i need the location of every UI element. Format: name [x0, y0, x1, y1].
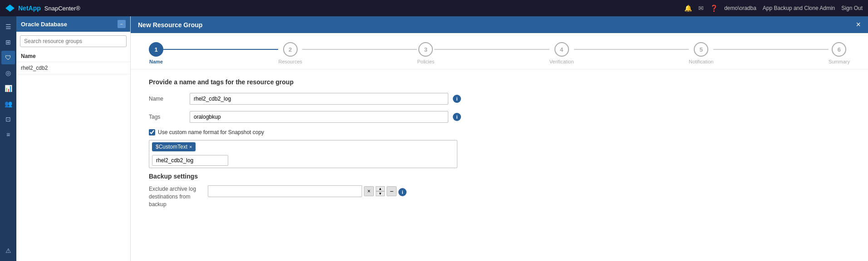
user-label[interactable]: demo\oradba	[724, 5, 756, 11]
section-title: Provide a name and tags for the resource…	[149, 78, 850, 86]
step-2-circle: 2	[283, 42, 298, 57]
step-3-circle: 3	[418, 42, 433, 57]
top-nav-actions: 🔔 ✉ ❓ demo\oradba App Backup and Clone A…	[684, 5, 863, 12]
top-navigation: NetApp SnapCenter® 🔔 ✉ ❓ demo\oradba App…	[0, 0, 868, 16]
search-wrap	[16, 32, 130, 51]
form-area: Provide a name and tags for the resource…	[131, 69, 868, 261]
step-6-label: Summary	[829, 59, 850, 64]
signout-button[interactable]: Sign Out	[841, 5, 863, 11]
chip-label: $CustomText	[156, 144, 187, 150]
minus-button[interactable]: −	[387, 186, 397, 196]
step-3-label: Policies	[417, 59, 434, 64]
list-item[interactable]: rhel2_cdb2	[16, 62, 130, 74]
tags-row: Tags i	[149, 111, 850, 123]
connector-2-3	[302, 49, 417, 50]
step-1-circle: 1	[149, 42, 163, 57]
chip-remove-icon[interactable]: ×	[189, 144, 192, 150]
sidebar-topology-icon[interactable]: ⊡	[1, 112, 15, 126]
step-1[interactable]: 1 Name	[149, 42, 163, 64]
step-4-circle: 4	[554, 42, 569, 57]
spinner-down-button[interactable]: ▼	[376, 191, 385, 196]
tags-info-icon[interactable]: i	[453, 113, 461, 121]
wizard-steps: 1 Name 2 Resources 3 Policies 4 Verifica…	[131, 33, 868, 69]
mail-icon[interactable]: ✉	[698, 5, 704, 12]
content-header: New Resource Group ×	[131, 16, 868, 33]
sidebar-list-icon[interactable]: ≡	[1, 128, 15, 141]
search-input[interactable]	[20, 35, 127, 47]
name-input[interactable]	[190, 93, 448, 105]
step-3[interactable]: 3 Policies	[417, 42, 434, 64]
step-6[interactable]: 6 Summary	[829, 42, 850, 64]
step-5[interactable]: 5 Notification	[689, 42, 713, 64]
brand-name: NetApp	[18, 5, 41, 12]
snapshot-name-input[interactable]	[152, 155, 228, 166]
help-icon[interactable]: ❓	[710, 5, 718, 12]
sidebar-globe-icon[interactable]: ◎	[1, 66, 15, 80]
connector-5-6	[713, 49, 828, 50]
sidebar-menu-icon[interactable]: ☰	[1, 20, 15, 34]
snapshot-container: $CustomText ×	[149, 140, 457, 168]
spinner-up-button[interactable]: ▲	[376, 186, 385, 191]
name-row: Name i	[149, 93, 850, 105]
step-4-label: Verification	[549, 59, 574, 64]
step-5-circle: 5	[694, 42, 708, 57]
archive-clear-button[interactable]: ×	[364, 186, 374, 196]
custom-text-chip[interactable]: $CustomText ×	[152, 142, 196, 151]
custom-format-checkbox[interactable]	[149, 129, 155, 135]
custom-format-checkbox-row: Use custom name format for Snapshot copy	[149, 129, 850, 135]
archive-info-icon[interactable]: i	[398, 188, 407, 196]
notification-icon[interactable]: 🔔	[684, 5, 692, 12]
archive-row: Exclude archive log destinations from ba…	[149, 185, 850, 208]
name-label: Name	[149, 93, 185, 102]
collapse-button[interactable]: −	[118, 20, 126, 28]
dialog-title: New Resource Group	[138, 21, 202, 29]
archive-label: Exclude archive log destinations from ba…	[149, 185, 203, 208]
step-5-label: Notification	[689, 59, 713, 64]
close-button[interactable]: ×	[856, 20, 861, 29]
sidebar-warning-icon[interactable]: ⚠	[1, 244, 15, 257]
archive-input-group: × ▲ ▼ − i	[208, 185, 407, 197]
tags-label: Tags	[149, 111, 185, 120]
spinner-buttons: ▲ ▼	[376, 186, 385, 196]
archive-input[interactable]	[208, 185, 362, 197]
step-4[interactable]: 4 Verification	[549, 42, 574, 64]
brand-section: NetApp SnapCenter®	[5, 5, 80, 12]
custom-format-label: Use custom name format for Snapshot copy	[158, 129, 264, 135]
list-header: Name	[16, 51, 130, 62]
name-info-icon[interactable]: i	[453, 95, 461, 103]
netapp-logo-icon	[5, 5, 15, 12]
connector-1-2	[163, 49, 278, 50]
step-1-label: Name	[149, 59, 163, 64]
snapshot-tag-row: $CustomText ×	[152, 142, 454, 151]
connector-4-5	[574, 49, 689, 50]
step-2[interactable]: 2 Resources	[278, 42, 302, 64]
tags-input[interactable]	[190, 111, 448, 123]
step-6-circle: 6	[832, 42, 846, 57]
resource-group-panel: Oracle Database − Name rhel2_cdb2	[16, 16, 131, 261]
sidebar: ☰ ⊞ 🛡 ◎ 📊 👥 ⊡ ≡ ⚠	[0, 16, 16, 261]
role-label: App Backup and Clone Admin	[763, 5, 835, 11]
sidebar-apps-icon[interactable]: ⊞	[1, 35, 15, 49]
resource-panel-header: Oracle Database −	[16, 16, 130, 32]
resource-panel-title: Oracle Database	[21, 21, 67, 28]
main-content: New Resource Group × 1 Name 2 Resources …	[131, 16, 868, 261]
connector-3-4	[434, 49, 549, 50]
sidebar-users-icon[interactable]: 👥	[1, 97, 15, 111]
sidebar-chart-icon[interactable]: 📊	[1, 82, 15, 95]
sidebar-shield-icon[interactable]: 🛡	[1, 51, 15, 64]
backup-section-title: Backup settings	[149, 173, 850, 180]
step-2-label: Resources	[278, 59, 302, 64]
product-name: SnapCenter®	[44, 5, 80, 12]
